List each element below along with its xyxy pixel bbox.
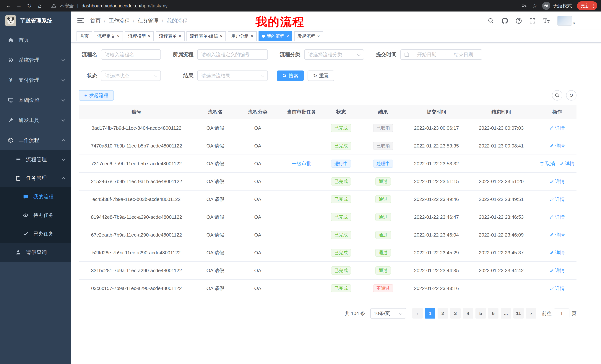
page-button-6[interactable]: 6 xyxy=(488,308,499,318)
tab-start-process[interactable]: 发起流程× xyxy=(294,31,323,41)
page-button-4[interactable]: 4 xyxy=(463,308,473,318)
show-search-button[interactable] xyxy=(552,90,562,101)
browser-back-button[interactable]: ← xyxy=(4,3,13,9)
tab-user-group[interactable]: 用户分组× xyxy=(228,31,257,41)
status-select[interactable]: 请选择状态 xyxy=(101,70,161,81)
sidebar-item-done-task[interactable]: 已办任务 xyxy=(0,224,71,243)
table-row[interactable]: 7317cec6-7b9b-11ec-b5b7-acde48001122 OA … xyxy=(79,155,576,172)
page-ellipsis[interactable]: ... xyxy=(501,308,511,318)
detail-link[interactable]: 详情 xyxy=(550,125,565,131)
tab-process-model[interactable]: 流程模型× xyxy=(125,31,154,41)
logo-avatar xyxy=(5,15,16,26)
table-row[interactable]: 03c6c157-7b9a-11ec-a290-acde48001122 OA … xyxy=(79,279,576,297)
sidebar-item-my-process[interactable]: 我的流程 xyxy=(0,187,71,206)
reset-button[interactable]: ↻ 重置 xyxy=(308,70,334,81)
detail-link[interactable]: 详情 xyxy=(550,267,565,274)
tab-process-definition[interactable]: 流程定义× xyxy=(94,31,123,41)
close-tab-icon[interactable]: × xyxy=(117,34,120,38)
close-tab-icon[interactable]: × xyxy=(251,34,253,38)
prev-page-button[interactable]: ‹ xyxy=(412,308,423,318)
tab-label: 发起流程 xyxy=(298,33,315,39)
page-button-5[interactable]: 5 xyxy=(475,308,486,318)
category-select[interactable]: 请选择流程分类 xyxy=(304,49,364,60)
detail-link[interactable]: 详情 xyxy=(550,285,565,292)
detail-link[interactable]: 详情 xyxy=(559,161,575,167)
close-tab-icon[interactable]: × xyxy=(286,34,289,38)
detail-link[interactable]: 详情 xyxy=(550,178,565,185)
breadcrumb-item[interactable]: 首页 xyxy=(90,17,101,24)
table-row[interactable]: 52ffd28e-7b9a-11ec-a290-acde48001122 OA … xyxy=(79,244,576,262)
cell-submit-time: 2022-01-22 23:53:32 xyxy=(408,155,465,172)
github-icon[interactable] xyxy=(501,18,508,24)
submit-time-range-picker[interactable]: 开始日期 - 结束日期 xyxy=(401,49,482,60)
table-row[interactable]: 67c2eaab-7b9a-11ec-a290-acde48001122 OA … xyxy=(79,226,576,244)
table-row[interactable]: 3ad174fb-7b9d-11ec-8404-acde48001122 OA … xyxy=(79,119,576,137)
page-size-select[interactable]: 10条/页 xyxy=(370,308,406,318)
table-row[interactable]: ec45f38f-7b9a-11ec-b03b-acde48001122 OA … xyxy=(79,190,576,208)
tab-process-form[interactable]: 流程表单× xyxy=(156,31,185,41)
detail-link[interactable]: 详情 xyxy=(550,214,565,220)
browser-forward-button[interactable]: → xyxy=(14,3,24,9)
process-name-input[interactable] xyxy=(101,49,161,60)
tab-process-form-edit[interactable]: 流程表单-编辑× xyxy=(186,31,226,41)
search-button[interactable]: 搜索 xyxy=(277,70,304,81)
sidebar-item-devtools[interactable]: 研发工具 xyxy=(0,110,71,130)
page-button-2[interactable]: 2 xyxy=(438,308,448,318)
table-row[interactable]: 331bc281-7b9a-11ec-a290-acde48001122 OA … xyxy=(79,262,576,279)
page-button-3[interactable]: 3 xyxy=(450,308,461,318)
browser-menu-icon[interactable] xyxy=(593,4,594,8)
hamburger-icon[interactable] xyxy=(77,18,84,23)
browser-reload-button[interactable]: ↻ xyxy=(25,3,34,9)
bookmark-star-icon[interactable]: ☆ xyxy=(532,3,537,9)
detail-link[interactable]: 详情 xyxy=(550,249,565,256)
process-definition-input[interactable] xyxy=(197,49,268,60)
sidebar-item-todo-task[interactable]: 待办任务 xyxy=(0,206,71,224)
detail-link[interactable]: 详情 xyxy=(550,196,565,203)
process-category: OA xyxy=(254,179,261,184)
key-icon[interactable] xyxy=(521,3,527,9)
sidebar-item-task-mgmt[interactable]: 任务管理 xyxy=(0,169,71,187)
table-row[interactable]: 2152467e-7b9b-11ec-9a1b-acde48001122 OA … xyxy=(79,172,576,190)
task-link[interactable]: 一级审批 xyxy=(292,161,311,166)
detail-link[interactable]: 详情 xyxy=(550,232,565,238)
page-button-11[interactable]: 11 xyxy=(513,308,524,318)
refresh-table-button[interactable]: ↻ xyxy=(566,90,576,101)
submit-time: 2022-01-22 23:49:46 xyxy=(414,196,459,202)
browser-home-button[interactable]: ⌂ xyxy=(35,3,45,9)
close-tab-icon[interactable]: × xyxy=(317,34,320,38)
cancel-link[interactable]: 取消 xyxy=(540,161,555,167)
sidebar-item-process-mgmt[interactable]: 流程管理 xyxy=(0,150,71,169)
end-time: 2022-01-22 23:49:51 xyxy=(479,196,523,202)
app-logo[interactable]: 芋道管理系统 xyxy=(0,11,71,30)
sidebar-item-leave-query[interactable]: 请假查询 xyxy=(0,243,71,262)
page-button-1[interactable]: 1 xyxy=(425,308,435,318)
next-page-button[interactable]: › xyxy=(526,308,536,318)
fullscreen-icon[interactable] xyxy=(529,18,536,24)
incognito-indicator: 无痕模式 xyxy=(542,2,572,10)
sidebar-item-system[interactable]: 系统管理 xyxy=(0,50,71,70)
sidebar-item-payment[interactable]: ¥ 支付管理 xyxy=(0,70,71,90)
close-tab-icon[interactable]: × xyxy=(220,34,222,38)
search-icon[interactable] xyxy=(488,18,494,24)
sidebar-item-home[interactable]: 首页 xyxy=(0,30,71,50)
close-tab-icon[interactable]: × xyxy=(148,34,150,38)
breadcrumb-item[interactable]: 任务管理 xyxy=(138,17,159,24)
tab-home[interactable]: 首页 xyxy=(77,31,92,41)
table-row[interactable]: 7470a810-7b9b-11ec-b5b7-acde48001122 OA … xyxy=(79,137,576,155)
breadcrumb-item[interactable]: 工作流程 xyxy=(109,17,130,24)
address-bar[interactable]: 不安全 | dashboard.yudao.iocoder.cn/bpm/tas… xyxy=(51,3,168,9)
goto-page-input[interactable] xyxy=(554,308,570,318)
user-menu[interactable]: ▾ xyxy=(557,16,575,26)
close-tab-icon[interactable]: × xyxy=(179,34,181,38)
font-size-icon[interactable] xyxy=(543,18,550,24)
breadcrumb-separator: / xyxy=(104,18,105,24)
help-icon[interactable] xyxy=(516,18,522,24)
detail-link[interactable]: 详情 xyxy=(550,143,565,149)
sidebar-item-workflow[interactable]: 工作流程 xyxy=(0,130,71,150)
result-select[interactable]: 请选择流结果 xyxy=(197,70,268,81)
browser-update-button[interactable]: 更新 xyxy=(577,1,597,10)
table-row[interactable]: 819442e8-7b9a-11ec-a290-acde48001122 OA … xyxy=(79,208,576,226)
sidebar-item-infra[interactable]: 基础设施 xyxy=(0,90,71,110)
tab-my-process[interactable]: 我的流程× xyxy=(259,31,292,41)
create-process-button[interactable]: + 发起流程 xyxy=(79,90,114,101)
